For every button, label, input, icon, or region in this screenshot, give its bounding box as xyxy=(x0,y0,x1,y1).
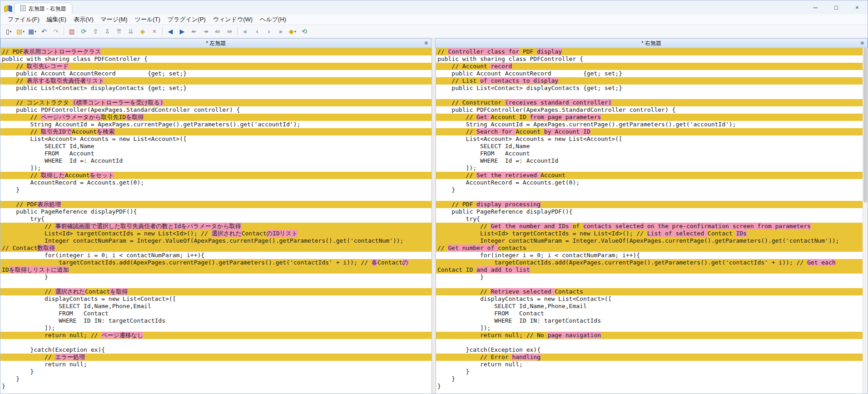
menu-plugins[interactable]: プラグイン(P) xyxy=(164,15,209,25)
report-icon: ▥ xyxy=(69,28,74,35)
dropdown-arrow-icon[interactable]: ▾ xyxy=(10,30,11,34)
rescan-button[interactable]: ⟳ xyxy=(78,26,89,37)
copy-all-right-button[interactable]: ⇛ xyxy=(224,26,235,37)
code-line: for(integer i = 0; i < contactNumParam; … xyxy=(436,252,863,259)
vertical-scrollbar[interactable] xyxy=(863,48,868,394)
plugin-button[interactable]: ◆▾ xyxy=(287,26,298,37)
code-line: } xyxy=(0,274,432,281)
menu-help[interactable]: ヘルプ(H) xyxy=(256,15,290,25)
stop-rescan-button[interactable]: × xyxy=(149,26,160,37)
menu-view[interactable]: 表示(V) xyxy=(70,15,97,25)
first-file-icon: « xyxy=(243,28,247,35)
code-line: SELECT Id,Name,Phone,Email xyxy=(0,303,432,310)
code-line: // Set the retrieved Account xyxy=(436,172,863,179)
next-diff-button[interactable]: ⇩ xyxy=(102,26,113,37)
code-line: public List<Contact> displayContacts {ge… xyxy=(436,85,863,92)
code-line: // Controller class for PDF display xyxy=(436,48,863,55)
copy-left-advance-button[interactable]: ↞ xyxy=(188,26,199,37)
pane-menu-icon[interactable]: ≡ xyxy=(860,40,864,46)
code-line: // 取引先IDでAccountを検索 xyxy=(0,128,432,135)
current-diff-button[interactable]: ◈ xyxy=(137,26,148,37)
new-button[interactable]: ▯▾ xyxy=(3,26,14,37)
redo-button[interactable]: ↷ xyxy=(50,26,61,37)
dropdown-arrow-icon[interactable]: ▾ xyxy=(23,30,25,34)
titlebar: 左無題 - 右無題 ─□× xyxy=(0,0,868,14)
code-line: Integer contactNumParam = Integer.ValueO… xyxy=(436,237,863,244)
code-line: public PDFController(ApexPages.StandardC… xyxy=(0,106,432,114)
copy-left-advance-icon: ↞ xyxy=(191,28,197,35)
code-line: // Contact数取得 xyxy=(0,244,432,252)
last-file-button[interactable]: » xyxy=(275,26,286,37)
first-diff-button[interactable]: ⇈ xyxy=(114,26,124,37)
save-button[interactable]: ▦▾ xyxy=(27,26,38,37)
code-line: // Retrieve selected Contacts xyxy=(436,288,863,295)
minimize-button[interactable]: ─ xyxy=(805,0,826,14)
code-line: public PageReference displayPDF(){ xyxy=(0,208,432,215)
last-diff-button[interactable]: ⇊ xyxy=(125,26,136,37)
undo-button[interactable]: ↶ xyxy=(39,26,50,37)
code-line: WHERE ID IN: targetContactIds xyxy=(436,317,863,324)
copy-all-left-icon: ⇚ xyxy=(215,28,220,35)
pane-header-left: * 左無題 ≡ xyxy=(0,38,432,48)
pane-menu-icon[interactable]: ≡ xyxy=(424,40,428,46)
code-line: // コンストラクタ (標準コントローラーを受け取る) xyxy=(0,99,432,106)
code-line: public with sharing class PDFController … xyxy=(0,55,432,63)
code-line: ]); xyxy=(436,324,863,332)
editor-left[interactable]: // PDF表示用コントローラークラスpublic with sharing c… xyxy=(0,48,432,394)
code-line: Contact ID and add to list xyxy=(436,266,863,274)
compare-tab[interactable]: 左無題 - 右無題 xyxy=(14,3,72,14)
dropdown-arrow-icon[interactable]: ▾ xyxy=(294,30,296,34)
menu-window[interactable]: ウィンドウ(W) xyxy=(209,15,256,25)
menu-edit[interactable]: 編集(E) xyxy=(43,15,70,25)
prev-diff-button[interactable]: ⇧ xyxy=(90,26,101,37)
first-file-button[interactable]: « xyxy=(240,26,251,37)
copy-left-button[interactable]: ◀ xyxy=(165,26,176,37)
copy-left-icon: ◀ xyxy=(168,28,173,35)
code-line: public PDFController(ApexPages.StandardC… xyxy=(436,106,863,114)
close-button[interactable]: × xyxy=(847,0,868,14)
code-line xyxy=(436,339,863,346)
code-line xyxy=(436,281,863,288)
report-button[interactable]: ▥ xyxy=(66,26,77,37)
copy-all-left-button[interactable]: ⇚ xyxy=(212,26,223,37)
code-line: public Account AccountRecord {get; set;} xyxy=(436,70,863,77)
next-file-button[interactable]: › xyxy=(263,26,274,37)
first-diff-icon: ⇈ xyxy=(116,28,122,35)
current-diff-icon: ◈ xyxy=(140,28,145,35)
next-diff-icon: ⇩ xyxy=(104,28,110,35)
prev-file-icon: ‹ xyxy=(256,28,258,35)
copy-right-button[interactable]: ▶ xyxy=(177,26,188,37)
rescan-icon: ⟳ xyxy=(81,28,86,35)
code-line: } xyxy=(0,368,432,375)
code-line: // PDF display processing xyxy=(436,201,863,208)
undo-icon: ↶ xyxy=(41,28,47,35)
tab-label: 左無題 - 右無題 xyxy=(29,5,66,13)
prev-file-button[interactable]: ‹ xyxy=(252,26,263,37)
scrollbar-thumb[interactable] xyxy=(863,48,867,203)
copy-right-advance-icon: ↠ xyxy=(203,28,208,35)
last-diff-icon: ⇊ xyxy=(128,28,134,35)
code-line: // List of contacts to display xyxy=(436,77,863,85)
toolbar-separator xyxy=(162,27,163,35)
pane-headers: * 左無題 ≡ * 右無題 ≡ xyxy=(0,38,868,48)
pane-splitter[interactable] xyxy=(432,48,436,394)
code-line: } xyxy=(0,383,432,390)
copy-all-right-icon: ⇛ xyxy=(227,28,232,35)
dropdown-arrow-icon[interactable]: ▾ xyxy=(35,30,36,34)
open-button[interactable]: ▤▾ xyxy=(15,26,26,37)
code-line: Integer contactNumParam = Integer.ValueO… xyxy=(0,237,432,244)
menu-tools[interactable]: ツール(T) xyxy=(131,15,164,25)
code-line: // 取得したAccountをセット xyxy=(0,172,432,179)
code-line: } xyxy=(0,186,432,194)
refresh-button[interactable]: ⟲ xyxy=(299,26,310,37)
menu-merge[interactable]: マージ(M) xyxy=(97,15,131,25)
code-line: } xyxy=(436,186,863,194)
editor-right[interactable]: // Controller class for PDF displaypubli… xyxy=(436,48,863,394)
code-line: for(integer i = 0; i < contactNumParam; … xyxy=(0,252,432,259)
menubar: ファイル(F)編集(E)表示(V)マージ(M)ツール(T)プラグイン(P)ウィン… xyxy=(0,14,868,25)
menu-file[interactable]: ファイル(F) xyxy=(4,15,43,25)
copy-right-advance-button[interactable]: ↠ xyxy=(200,26,211,37)
maximize-button[interactable]: □ xyxy=(826,0,847,14)
code-line xyxy=(0,194,432,201)
code-line: // 表示する取引先責任者リスト xyxy=(0,77,432,85)
